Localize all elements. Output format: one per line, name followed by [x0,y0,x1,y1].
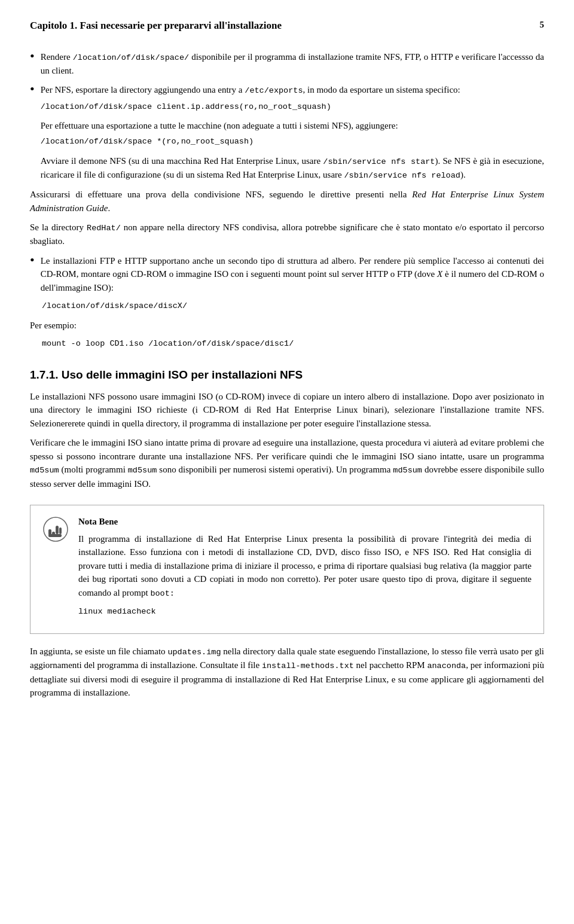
bullet-content-2: Per NFS, esportare la directory aggiunge… [41,83,544,182]
bullet1-code: /location/of/disk/space/ [73,53,189,62]
para1: Per effettuare una esportazione a tutte … [41,121,398,130]
bullet-content-1: Rendere /location/of/disk/space/ disponi… [41,50,544,78]
note-icon [42,516,69,542]
code-discx: /location/of/disk/space/discX/ [42,300,544,312]
section-para1: Le installazioni NFS possono usare immag… [30,390,544,431]
page-number: 5 [540,18,545,32]
svg-rect-5 [48,534,62,537]
code-md5sum: md5sum [30,466,59,475]
para2-end: ). [460,170,466,179]
code-squash: /location/of/disk/space *(ro,no_root_squ… [41,136,544,148]
code-service: /sbin/service nfs start [323,157,435,166]
para3: Assicurarsi di effettuare una prova dell… [30,188,544,215]
code-reload: /sbin/service nfs reload [344,171,460,180]
para3-end: . [108,203,110,213]
para4-text: Se la directory [30,222,87,232]
note-para-text: Il programma di installazione di Red Hat… [78,534,532,597]
code-md5sum2: md5sum [128,466,157,475]
bullet1-text: Rendere [41,52,73,62]
bullet-dot-3: • [30,252,35,268]
note-code-block: linux mediacheck [78,606,532,618]
code-boot: boot: [150,589,175,598]
page-header: Capitolo 1. Fasi necessarie per preparar… [30,18,544,33]
bullet2-code-block: /location/of/disk/space client.ip.addres… [41,101,544,113]
per-esempio-label: Per esempio: [30,319,544,333]
bullet2-text2: , in modo da esportare un sistema specif… [303,85,460,94]
per-esempio-text: Per esempio: [30,321,77,330]
svg-rect-2 [56,526,59,534]
para4: Se la directory RedHat/ non appare nella… [30,221,544,248]
final-para: In aggiunta, se esiste un file chiamato … [30,645,544,700]
code-mount: mount -o loop CD1.iso /location/of/disk/… [42,338,544,350]
code-updates: updates.img [167,648,221,657]
code-install: install-methods.txt [262,661,354,670]
bullet2-code1: /etc/exports [245,86,303,95]
code-md5sum3: md5sum [393,466,422,475]
bullet-item-1: • Rendere /location/of/disk/space/ dispo… [30,50,544,78]
section-heading: 1.7.1. Uso delle immagini ISO per instal… [30,367,544,384]
note-box: Nota Bene Il programma di installazione … [30,505,544,634]
code-anaconda: anaconda [427,661,466,670]
bullet-item-2: • Per NFS, esportare la directory aggiun… [30,83,544,182]
note-para: Il programma di installazione di Red Hat… [78,532,532,600]
bullet3-x: X [437,269,442,279]
bullet-dot-2: • [30,81,35,97]
para3-pre: Assicurarsi di effettuare una prova dell… [30,190,412,199]
para4-code: RedHat/ [87,224,121,233]
para2-pre: Avviare il demone NFS (su di una macchin… [41,156,323,166]
final-para-pre: In aggiunta, se esiste un file chiamato [30,647,167,656]
note-svg-icon [42,516,69,542]
chapter-title: Capitolo 1. Fasi necessarie per preparar… [30,18,282,33]
section-para2-mid2: sono disponibili per numerosi sistemi op… [157,465,393,474]
section-para2-pre: Verificare che le immagini ISO siano int… [30,438,544,461]
note-title: Nota Bene [78,515,532,529]
bullet-content-3: Le installazioni FTP e HTTP supportano a… [41,254,544,295]
bullet-dot-1: • [30,48,35,64]
section-para2: Verificare che le immagini ISO siano int… [30,436,544,490]
svg-rect-3 [59,527,62,534]
bullet2-text-pre: Per NFS, esportare la directory aggiunge… [41,85,245,94]
final-para-mid2: nel pacchetto RPM [354,660,428,670]
note-content: Nota Bene Il programma di installazione … [78,515,532,624]
section-para2-mid: (molti programmi [59,465,128,474]
bullet-item-3: • Le installazioni FTP e HTTP supportano… [30,254,544,295]
